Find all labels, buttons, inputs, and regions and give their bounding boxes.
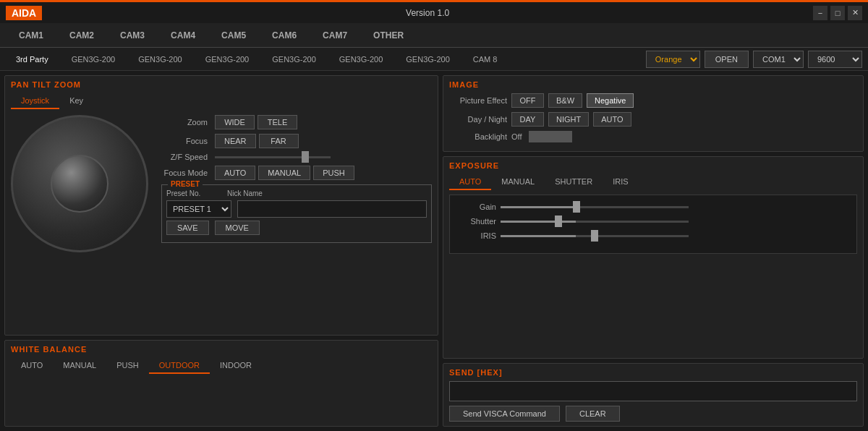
version-label: Version 1.0 xyxy=(406,8,449,18)
open-button[interactable]: OPEN xyxy=(705,51,749,68)
image-section: IMAGE Picture Effect OFF B&W Negative Da… xyxy=(443,75,864,152)
sub-tab-gen5[interactable]: GEN3G-200 xyxy=(329,54,393,65)
iris-label: IRIS xyxy=(460,231,496,240)
ptz-controls: Zoom WIDE TELE Focus NEAR FAR Z/F Speed xyxy=(161,115,432,260)
sub-tab-cam8[interactable]: CAM 8 xyxy=(463,54,508,65)
focus-row: Focus NEAR FAR xyxy=(161,134,432,148)
joystick-area[interactable] xyxy=(11,115,156,260)
effect-negative-button[interactable]: Negative xyxy=(587,93,634,108)
sub-tab-gen3[interactable]: GEN3G-200 xyxy=(195,54,260,65)
main-content: PAN TILT ZOOM Joystick Key Zoom WIDE TEL… xyxy=(0,71,868,431)
backlight-off-label: Off xyxy=(511,132,522,141)
cam-tabs: CAM1 CAM2 CAM3 CAM4 CAM5 CAM6 CAM7 OTHER xyxy=(0,23,868,48)
wb-tab-outdoor[interactable]: OUTDOOR xyxy=(149,358,210,374)
baud-select[interactable]: 9600 19200 38400 57600 115200 xyxy=(808,51,862,68)
app-logo: AIDA xyxy=(6,6,42,20)
effect-off-button[interactable]: OFF xyxy=(511,93,544,108)
preset-nickname-input[interactable] xyxy=(237,200,427,218)
cam-tab-cam2[interactable]: CAM2 xyxy=(56,26,107,45)
send-visca-button[interactable]: Send VISCA Command xyxy=(449,406,560,422)
focus-auto-button[interactable]: AUTO xyxy=(215,166,255,180)
exposure-tabs: AUTO MANUAL SHUTTER IRIS xyxy=(449,174,857,190)
exp-tab-auto[interactable]: AUTO xyxy=(449,174,491,190)
sub-tabs: 3rd Party GEN3G-200 GEN3G-200 GEN3G-200 … xyxy=(0,48,868,71)
focus-push-button[interactable]: PUSH xyxy=(313,166,354,180)
shutter-slider[interactable] xyxy=(501,221,689,223)
clear-button[interactable]: CLEAR xyxy=(566,406,620,422)
exposure-title: EXPOSURE xyxy=(449,161,857,170)
preset-save-button[interactable]: SAVE xyxy=(166,221,209,235)
picture-effect-label: Picture Effect xyxy=(449,96,507,105)
hex-input[interactable] xyxy=(449,381,857,401)
cam-tab-cam7[interactable]: CAM7 xyxy=(310,26,360,45)
cam-tab-cam5[interactable]: CAM5 xyxy=(208,26,259,45)
cam-tab-cam4[interactable]: CAM4 xyxy=(158,26,208,45)
sub-tab-3rdparty[interactable]: 3rd Party xyxy=(6,54,59,65)
sub-tab-gen4[interactable]: GEN3G-200 xyxy=(262,54,326,65)
cam-tab-cam3[interactable]: CAM3 xyxy=(107,26,158,45)
night-button[interactable]: NIGHT xyxy=(548,112,589,127)
sub-tab-gen2[interactable]: GEN3G-200 xyxy=(128,54,192,65)
cam-tab-cam1[interactable]: CAM1 xyxy=(6,26,56,45)
shutter-label: Shutter xyxy=(460,217,496,226)
focus-manual-button[interactable]: MANUAL xyxy=(258,166,310,180)
preset-select[interactable]: PRESET 1 PRESET 2 PRESET 3 xyxy=(166,200,231,218)
cam-tab-other[interactable]: OTHER xyxy=(360,26,417,45)
ptz-tab-key[interactable]: Key xyxy=(59,93,93,109)
picture-effect-row: Picture Effect OFF B&W Negative xyxy=(449,93,857,108)
day-button[interactable]: DAY xyxy=(511,112,544,127)
close-button[interactable]: ✕ xyxy=(848,6,862,20)
backlight-row: Backlight Off xyxy=(449,131,857,142)
wb-tab-auto[interactable]: AUTO xyxy=(11,358,53,374)
exp-tab-iris[interactable]: IRIS xyxy=(603,174,638,190)
image-title: IMAGE xyxy=(449,80,857,89)
day-night-row: Day / Night DAY NIGHT AUTO xyxy=(449,112,857,127)
backlight-slider[interactable] xyxy=(529,131,572,142)
nick-name-label: Nick Name xyxy=(227,189,271,197)
auto-button[interactable]: AUTO xyxy=(593,112,631,127)
exposure-section: EXPOSURE AUTO MANUAL SHUTTER IRIS Gain S… xyxy=(443,156,864,359)
left-panel: PAN TILT ZOOM Joystick Key Zoom WIDE TEL… xyxy=(4,75,438,427)
iris-slider[interactable] xyxy=(501,235,689,237)
far-button[interactable]: FAR xyxy=(259,134,299,148)
gain-label: Gain xyxy=(460,202,496,211)
right-panel: IMAGE Picture Effect OFF B&W Negative Da… xyxy=(443,75,864,427)
focus-mode-label: Focus Mode xyxy=(161,168,212,177)
restore-button[interactable]: □ xyxy=(830,6,845,20)
wb-tab-manual[interactable]: MANUAL xyxy=(53,358,106,374)
sub-tab-gen1[interactable]: GEN3G-200 xyxy=(61,54,126,65)
color-select[interactable]: Orange Blue Green Red xyxy=(646,51,700,68)
exp-tab-shutter[interactable]: SHUTTER xyxy=(545,174,603,190)
sub-tab-gen6[interactable]: GEN3G-200 xyxy=(396,54,460,65)
wb-tab-indoor[interactable]: INDOOR xyxy=(210,358,262,374)
wb-section: WHITE BALANCE AUTO MANUAL PUSH OUTDOOR I… xyxy=(4,340,438,427)
minimize-button[interactable]: − xyxy=(813,6,827,20)
sendhex-title: SEND [HEX] xyxy=(449,368,857,377)
titlebar: AIDA Version 1.0 − □ ✕ xyxy=(0,0,868,23)
tele-button[interactable]: TELE xyxy=(258,115,297,129)
zf-speed-slider[interactable] xyxy=(215,156,331,158)
cam-tab-cam6[interactable]: CAM6 xyxy=(259,26,310,45)
ptz-tab-joystick[interactable]: Joystick xyxy=(11,93,59,109)
serial-controls: Orange Blue Green Red OPEN COM1 COM2 COM… xyxy=(646,51,862,68)
gain-slider[interactable] xyxy=(501,206,689,208)
preset-box: PRESET Preset No. Nick Name PRESET 1 PRE… xyxy=(161,184,432,243)
near-button[interactable]: NEAR xyxy=(215,134,256,148)
effect-bw-button[interactable]: B&W xyxy=(548,93,582,108)
exp-tab-manual[interactable]: MANUAL xyxy=(491,174,545,190)
focus-label: Focus xyxy=(161,137,212,145)
preset-move-button[interactable]: MOVE xyxy=(215,221,260,235)
hex-buttons: Send VISCA Command CLEAR xyxy=(449,406,857,422)
joystick-outer[interactable] xyxy=(11,115,148,252)
iris-row: IRIS xyxy=(460,231,846,240)
sendhex-section: SEND [HEX] Send VISCA Command CLEAR xyxy=(443,363,864,427)
port-select[interactable]: COM1 COM2 COM3 COM4 xyxy=(753,51,804,68)
day-night-label: Day / Night xyxy=(449,115,507,124)
preset-labels-row: Preset No. Nick Name xyxy=(166,189,427,197)
wide-button[interactable]: WIDE xyxy=(215,115,255,129)
preset-btns-row: SAVE MOVE xyxy=(166,221,427,235)
zoom-label: Zoom xyxy=(161,118,212,127)
exposure-sliders-box: Gain Shutter IRIS xyxy=(449,195,857,254)
wb-tab-push[interactable]: PUSH xyxy=(106,358,149,374)
zf-speed-label: Z/F Speed xyxy=(161,153,212,161)
